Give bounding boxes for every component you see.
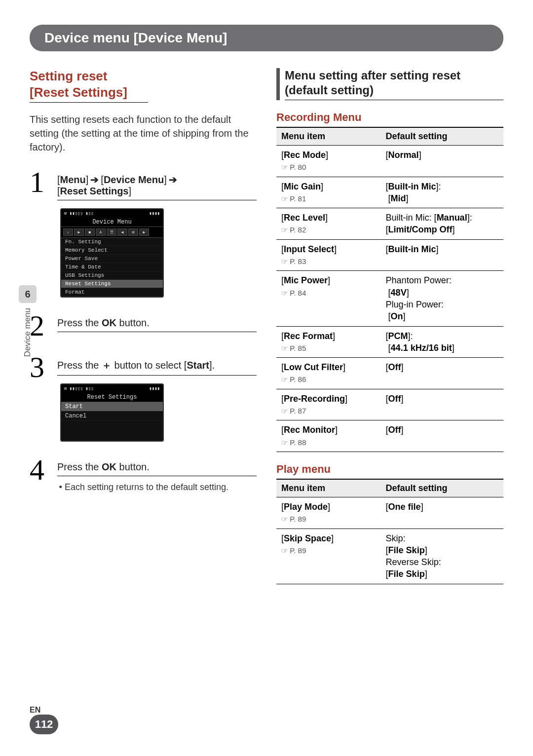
step-4: 4 Press the OK button. • Each setting re… xyxy=(30,456,257,493)
page-ref: P. 85 xyxy=(281,344,306,352)
right-heading: Menu setting after setting reset (defaul… xyxy=(276,68,503,100)
list-item: Time & Date xyxy=(61,263,163,271)
table-row: [Rec Monitor]P. 88 [Off] xyxy=(276,420,503,452)
th-default: Default setting xyxy=(381,479,503,497)
side-label: Device menu xyxy=(23,308,33,357)
list-item-selected: Reset Settings xyxy=(61,280,163,288)
page-ref: P. 83 xyxy=(281,257,306,265)
list-item: Fn. Setting xyxy=(61,238,163,246)
table-row: [Input Select]P. 83 [Built-in Mic] xyxy=(276,239,503,271)
lcd-screenshot-reset: ⊞ ▮▮▯▯▯ ▮▯▯▮▮▮▮ Reset Settings Start Can… xyxy=(60,383,164,442)
play-table: Menu item Default setting [Play Mode]P. … xyxy=(276,479,503,584)
lcd-list: Fn. Setting Memory Select Power Save Tim… xyxy=(61,238,163,297)
list-item-selected: Start xyxy=(61,402,163,412)
heading-bar-icon xyxy=(276,68,280,100)
default-value: Manual xyxy=(437,213,467,223)
lcd-list: Start Cancel xyxy=(61,402,163,441)
text: Press the xyxy=(57,461,102,472)
ok-button-label: OK xyxy=(102,317,116,328)
page-ref: P. 87 xyxy=(281,407,306,415)
page-ref: P. 81 xyxy=(281,194,306,203)
list-item: USB Settings xyxy=(61,271,163,280)
page-ref: P. 89 xyxy=(281,515,306,523)
step4-text: Press the OK button. xyxy=(57,461,257,473)
page-ref: P. 89 xyxy=(281,546,306,555)
lcd-icon: ☰ xyxy=(107,228,116,236)
section-title-line1: Setting reset xyxy=(30,69,108,83)
default-value: Normal xyxy=(388,150,419,160)
lcd-icon: ♪ xyxy=(63,228,73,236)
item-name: Mic Gain xyxy=(284,182,321,191)
left-column: Setting reset [Reset Settings] This sett… xyxy=(30,68,257,584)
lcd-screenshot-device-menu: ⊞ ▮▮▯▯▯ ▮▯▯▮▮▮▮ Device Menu ♪ ▶ ■ A ☰ ◀ … xyxy=(60,208,164,298)
table-row: [Mic Gain]P. 81 [Built-in Mic]: [Mid] xyxy=(276,177,503,208)
lcd-icon: ⚙ xyxy=(128,228,138,236)
lcd-icon: ▶ xyxy=(74,228,84,236)
item-name: Input Select xyxy=(284,244,334,254)
text: Skip: xyxy=(386,533,406,543)
arrow-icon: ➔ xyxy=(169,174,177,186)
lcd-icon: ◀ xyxy=(117,228,127,236)
step-3: 3 Press the ＋ button to select [Start]. … xyxy=(30,354,257,442)
nav-reset-settings: Reset Settings xyxy=(60,186,129,196)
item-name: Rec Monitor xyxy=(284,425,335,435)
nav-device-menu: Device Menu xyxy=(104,174,164,185)
item-name: Rec Format xyxy=(284,331,333,341)
item-name: Rec Mode xyxy=(284,150,326,160)
list-item: Format xyxy=(61,288,163,297)
language-label: EN xyxy=(30,706,58,715)
default-value: On xyxy=(391,311,403,321)
lcd-tab-icons: ♪ ▶ ■ A ☰ ◀ ⚙ ▶ xyxy=(61,227,163,238)
default-value: File Skip xyxy=(388,569,425,579)
step2-text: Press the OK button. xyxy=(57,317,257,329)
table-row: [Play Mode]P. 89 [One file] xyxy=(276,497,503,529)
table-row: [Skip Space]P. 89 Skip:[File Skip]Revers… xyxy=(276,529,503,584)
nav-menu: Menu xyxy=(60,174,86,185)
default-value: Limit/Comp Off xyxy=(388,225,453,234)
start-label: Start xyxy=(187,360,209,371)
item-name: Rec Level xyxy=(284,213,325,223)
item-name: Play Mode xyxy=(284,502,328,512)
step-number: 1 xyxy=(30,169,52,195)
page-number-badge: 112 xyxy=(30,715,58,734)
text: Phantom Power: xyxy=(386,275,452,285)
footer: EN 112 xyxy=(30,706,58,734)
page-ref: P. 86 xyxy=(281,375,306,383)
page-ref: P. 84 xyxy=(281,289,306,297)
text: button. xyxy=(116,461,150,472)
table-row: [Rec Format]P. 85 [PCM]: [44.1 kHz/16 bi… xyxy=(276,326,503,358)
text: Built-in Mic: [ xyxy=(386,213,437,223)
table-header-row: Menu item Default setting xyxy=(276,479,503,497)
text: Press the xyxy=(57,360,102,371)
table-row: [Mic Power]P. 84 Phantom Power: [48V]Plu… xyxy=(276,271,503,326)
step3-text: Press the ＋ button to select [Start]. xyxy=(57,359,257,372)
right-column: Menu setting after setting reset (defaul… xyxy=(276,68,503,584)
rule xyxy=(57,375,257,376)
lcd-title: Device Menu xyxy=(61,218,163,227)
step4-bullet: • Each setting returns to the default se… xyxy=(57,481,257,493)
step-number: 3 xyxy=(30,354,52,380)
table-row: [Pre-Recording]P. 87 [Off] xyxy=(276,389,503,420)
rule xyxy=(57,200,257,200)
rule xyxy=(57,332,257,332)
item-name: Low Cut Filter xyxy=(284,362,343,372)
step-number: 4 xyxy=(30,456,52,483)
step1-text: [Menu] ➔ [Device Menu] ➔ [Reset Settings… xyxy=(57,174,257,197)
default-value: 48V xyxy=(391,288,407,298)
section-title: Setting reset [Reset Settings] xyxy=(30,68,257,100)
plus-button-label: ＋ xyxy=(102,360,112,371)
text: Reverse Skip: xyxy=(386,557,441,567)
side-tab: 6 Device menu xyxy=(19,285,37,357)
page-ref: P. 80 xyxy=(281,163,306,171)
recording-menu-heading: Recording Menu xyxy=(276,111,503,124)
item-name: Skip Space xyxy=(284,533,331,543)
default-value: Built-in Mic xyxy=(388,182,436,191)
text: Press the xyxy=(57,317,102,328)
th-menu-item: Menu item xyxy=(276,127,381,146)
arrow-icon: ➔ xyxy=(90,174,99,186)
lcd-icon: A xyxy=(96,228,106,236)
recording-table: Menu item Default setting [Rec Mode]P. 8… xyxy=(276,127,503,452)
table-row: [Low Cut Filter]P. 86 [Off] xyxy=(276,358,503,389)
right-title: Menu setting after setting reset (defaul… xyxy=(285,68,503,100)
play-menu-heading: Play menu xyxy=(276,463,503,476)
